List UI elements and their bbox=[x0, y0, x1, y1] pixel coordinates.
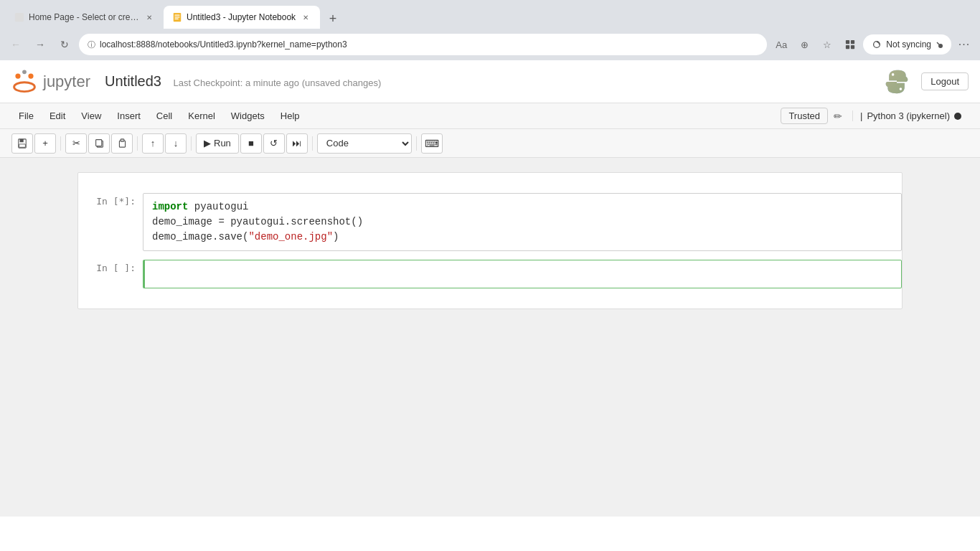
python-logo bbox=[884, 69, 910, 95]
svg-point-15 bbox=[892, 73, 895, 76]
svg-point-14 bbox=[22, 70, 27, 74]
kernel-info: | Python 3 (ipykernel) bbox=[852, 110, 969, 121]
svg-rect-21 bbox=[95, 140, 101, 146]
address-bar: ← → ↻ ⓘ localhost:8888/notebooks/Untitle… bbox=[0, 29, 980, 60]
svg-rect-8 bbox=[851, 45, 854, 49]
toolbar-sep-5 bbox=[416, 136, 417, 151]
svg-point-13 bbox=[28, 73, 33, 78]
svg-rect-3 bbox=[175, 17, 180, 17]
cell-2: In [ ]: bbox=[78, 257, 902, 291]
run-button[interactable]: ▶ Run bbox=[196, 133, 239, 154]
menu-widgets[interactable]: Widgets bbox=[224, 108, 272, 124]
svg-rect-0 bbox=[15, 13, 24, 22]
save-button[interactable] bbox=[11, 133, 33, 154]
run-label: Run bbox=[214, 138, 231, 149]
paste-button[interactable] bbox=[111, 133, 133, 154]
svg-rect-18 bbox=[20, 138, 24, 141]
tab-home[interactable]: Home Page - Select or create a... ✕ bbox=[6, 6, 164, 29]
edit-pencil-icon[interactable]: ✏ bbox=[829, 110, 847, 122]
new-tab-button[interactable]: + bbox=[323, 9, 343, 29]
back-button[interactable]: ← bbox=[6, 34, 26, 55]
zoom-button[interactable]: ⊕ bbox=[794, 34, 814, 55]
read-mode-button[interactable]: Aa bbox=[771, 34, 791, 55]
toolbar: + ✂ ↑ ↓ ▶ Run ■ ↺ bbox=[0, 129, 980, 158]
jupyter-header: jupyter Untitled3 Last Checkpoint: a min… bbox=[0, 60, 980, 103]
svg-rect-5 bbox=[846, 40, 849, 44]
tab-notebook-close[interactable]: ✕ bbox=[300, 11, 311, 23]
kernel-status-dot bbox=[954, 113, 961, 120]
jupyter-title-area: Untitled3 Last Checkpoint: a minute ago … bbox=[90, 73, 884, 90]
favorites-button[interactable]: ☆ bbox=[817, 34, 837, 55]
cell-type-select[interactable]: Code Markdown Raw NBConvert bbox=[317, 133, 412, 154]
tab-notebook[interactable]: Untitled3 - Jupyter Notebook ✕ bbox=[164, 6, 320, 29]
move-up-button[interactable]: ↑ bbox=[142, 133, 164, 154]
cell-2-content[interactable] bbox=[143, 260, 902, 288]
cell-2-prompt: In [ ]: bbox=[78, 260, 143, 273]
copy-button[interactable] bbox=[88, 133, 110, 154]
keyword-import: import bbox=[152, 201, 188, 212]
kernel-name-text: Python 3 (ipykernel) bbox=[867, 110, 950, 121]
tab-notebook-title: Untitled3 - Jupyter Notebook bbox=[187, 12, 296, 22]
svg-rect-19 bbox=[19, 143, 26, 146]
kernel-separator: | bbox=[860, 110, 862, 121]
cell-1-content[interactable]: import pyautogui demo_image = pyautogui.… bbox=[143, 193, 902, 251]
menu-edit[interactable]: Edit bbox=[42, 108, 72, 124]
forward-button[interactable]: → bbox=[30, 34, 50, 55]
string-demo-jpg: "demo_one.jpg" bbox=[248, 231, 333, 242]
toolbar-sep-3 bbox=[191, 136, 192, 151]
security-icon: ⓘ bbox=[88, 39, 95, 50]
reload-button[interactable]: ↻ bbox=[55, 34, 75, 55]
logout-button[interactable]: Logout bbox=[921, 72, 969, 90]
sync-label: Not syncing bbox=[886, 39, 931, 50]
tab-bar: Home Page - Select or create a... ✕ Unti… bbox=[0, 0, 980, 29]
menu-file[interactable]: File bbox=[11, 108, 41, 124]
menu-view[interactable]: View bbox=[74, 108, 108, 124]
restart-run-all-button[interactable]: ⏭ bbox=[286, 133, 308, 154]
browser-chrome: Home Page - Select or create a... ✕ Unti… bbox=[0, 0, 980, 60]
run-icon: ▶ bbox=[204, 138, 211, 149]
jupyter-logo-text: jupyter bbox=[43, 72, 90, 91]
tab-home-close[interactable]: ✕ bbox=[143, 11, 155, 23]
menu-help[interactable]: Help bbox=[273, 108, 307, 124]
jupyter-notebook: jupyter Untitled3 Last Checkpoint: a min… bbox=[0, 60, 980, 551]
jupyter-logo-icon bbox=[11, 69, 37, 95]
sync-button[interactable]: Not syncing bbox=[863, 34, 951, 55]
keyboard-shortcuts-button[interactable]: ⌨ bbox=[421, 133, 443, 154]
move-down-button[interactable]: ↓ bbox=[165, 133, 187, 154]
menu-cell[interactable]: Cell bbox=[149, 108, 179, 124]
tab-notebook-icon bbox=[172, 12, 182, 22]
cut-button[interactable]: ✂ bbox=[65, 133, 87, 154]
code-paren-close: ) bbox=[333, 231, 339, 242]
toolbar-sep-2 bbox=[137, 136, 138, 151]
toolbar-sep-1 bbox=[60, 136, 61, 151]
interrupt-button[interactable]: ■ bbox=[240, 133, 262, 154]
cell-1-prompt: In [*]: bbox=[78, 193, 143, 207]
svg-rect-7 bbox=[846, 45, 849, 49]
svg-rect-6 bbox=[851, 40, 854, 44]
tab-home-title: Home Page - Select or create a... bbox=[29, 12, 139, 22]
menu-insert[interactable]: Insert bbox=[110, 108, 148, 124]
svg-point-16 bbox=[900, 88, 903, 90]
unsaved-text: (unsaved changes) bbox=[302, 77, 382, 88]
more-button[interactable]: ··· bbox=[954, 34, 974, 55]
menu-kernel[interactable]: Kernel bbox=[181, 108, 222, 124]
notebook-area: In [*]: import pyautogui demo_image = py… bbox=[0, 158, 980, 517]
address-actions: Aa ⊕ ☆ Not syncing bbox=[771, 34, 974, 55]
url-bar[interactable]: ⓘ localhost:8888/notebooks/Untitled3.ipy… bbox=[79, 34, 767, 55]
collections-button[interactable] bbox=[840, 34, 860, 55]
notebook-title[interactable]: Untitled3 bbox=[105, 73, 161, 89]
checkpoint-info: Last Checkpoint: a minute ago (unsaved c… bbox=[173, 77, 381, 88]
svg-point-12 bbox=[15, 73, 20, 78]
restart-button[interactable]: ↺ bbox=[263, 133, 285, 154]
svg-rect-23 bbox=[121, 139, 124, 141]
cell-2-input[interactable] bbox=[145, 260, 901, 282]
menu-bar: File Edit View Insert Cell Kernel Widget… bbox=[0, 103, 980, 129]
trusted-button[interactable]: Trusted bbox=[781, 108, 828, 124]
toolbar-sep-4 bbox=[312, 136, 313, 151]
add-cell-button[interactable]: + bbox=[34, 133, 56, 154]
svg-rect-2 bbox=[175, 15, 180, 16]
cell-1: In [*]: import pyautogui demo_image = py… bbox=[78, 190, 902, 254]
cell-1-input[interactable]: import pyautogui demo_image = pyautogui.… bbox=[143, 194, 901, 250]
cells-container: In [*]: import pyautogui demo_image = py… bbox=[77, 172, 903, 309]
svg-rect-4 bbox=[175, 19, 179, 19]
